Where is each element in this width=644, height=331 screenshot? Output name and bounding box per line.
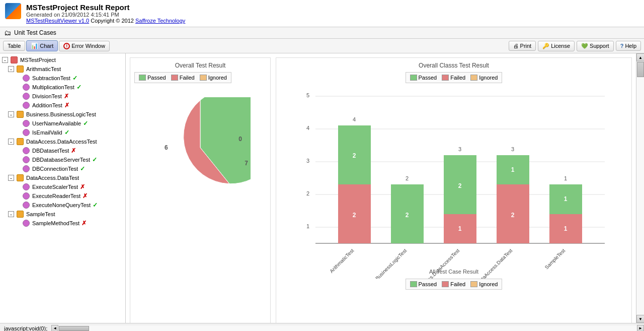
sidebar-item[interactable]: DBConnectionTest✓	[0, 164, 125, 173]
scroll-down-btn[interactable]: ▼	[636, 315, 644, 323]
support-btn[interactable]: 💚 Support	[577, 41, 614, 51]
fail-mark: ✗	[83, 192, 88, 200]
help-btn[interactable]: ? Help	[616, 41, 641, 51]
sidebar-item[interactable]: ExecuteReaderTest✗	[0, 191, 125, 201]
overall-test-result-section: Overall Test Result Passed Failed Ignore…	[130, 57, 271, 323]
pie-ignored-count: 0	[238, 136, 242, 143]
pass-mark: ✓	[64, 129, 69, 136]
sidebar-item[interactable]: AdditionTest✗	[0, 101, 125, 110]
fail-mark: ✗	[82, 220, 87, 227]
tree-expand-btn[interactable]: -	[8, 211, 14, 217]
bottom-area: javascript:void(0); ◄ ►	[0, 323, 644, 331]
svg-text:1: 1	[564, 195, 568, 203]
license-btn[interactable]: 🔑 License	[538, 41, 575, 51]
sidebar-item[interactable]: ExecuteNoneQueryTest✓	[0, 201, 125, 210]
sidebar[interactable]: -MSTestProject-ArithmaticTestSubtraction…	[0, 53, 126, 323]
pass-mark: ✓	[76, 84, 82, 91]
sidebar-item[interactable]: SampleMethodTest✗	[0, 219, 125, 228]
error-window-btn[interactable]: ! Error Window	[59, 41, 110, 51]
viewer-link[interactable]: MSTestResultViewer v1.0	[26, 18, 89, 24]
bar-legend: Passed Failed Ignored	[406, 72, 503, 83]
tree-label: ExecuteScalerTest	[32, 184, 78, 190]
toolbar: Table 📊 Chart ! Error Window 🖨 Print 🔑 L…	[0, 39, 644, 53]
svg-text:3: 3	[306, 158, 309, 164]
horizontal-scrollbar[interactable]: ◄ ►	[51, 325, 644, 332]
svg-text:2: 2	[458, 182, 462, 189]
bar-passed-label: Passed	[419, 75, 437, 81]
printer-icon: 🖨	[513, 43, 519, 49]
tree-label: IsEmailValid	[32, 129, 62, 136]
sidebar-item[interactable]: -MSTestProject	[0, 55, 125, 64]
sidebar-item[interactable]: -SampleTest	[0, 210, 125, 219]
tree-label: DataAccess.DataTest	[26, 175, 79, 181]
svg-text:2: 2	[353, 152, 356, 159]
tree-label: DivisionTest	[32, 93, 62, 99]
company-link[interactable]: Saffroze Technology	[135, 18, 185, 24]
tree-label: Business.BusinessLogicTest	[26, 111, 96, 117]
svg-text:5: 5	[306, 92, 309, 98]
sidebar-item[interactable]: UserNameAvailable✓	[0, 119, 125, 128]
tree-icon	[17, 111, 24, 118]
app-logo	[5, 3, 21, 19]
pie-failed-count: 6	[165, 144, 168, 151]
status-bar: javascript:void(0);	[0, 325, 51, 332]
pie-chart-container: 6 0 7	[134, 87, 266, 208]
sidebar-item[interactable]: IsEmailValid✓	[0, 128, 125, 137]
svg-text:3: 3	[458, 146, 461, 152]
tree-icon	[23, 220, 30, 227]
tree-label: SampleMethodTest	[32, 220, 79, 226]
hscroll-thumb[interactable]	[59, 326, 89, 331]
table-tab-btn[interactable]: Table	[3, 41, 25, 51]
tree-label: ArithmaticTest	[26, 66, 61, 72]
sidebar-item[interactable]: SubtractionTest✓	[0, 74, 125, 83]
tree-expand-btn[interactable]: -	[8, 175, 14, 181]
sidebar-item[interactable]: -ArithmaticTest	[0, 64, 125, 74]
scroll-up-btn[interactable]: ▲	[636, 53, 644, 61]
tree-expand-btn[interactable]: -	[2, 57, 8, 63]
bar-legend-failed: Failed	[442, 75, 465, 81]
fail-mark: ✗	[71, 147, 76, 154]
chart-tab-btn[interactable]: 📊 Chart	[26, 40, 58, 51]
bar-bottom-legend: Passed Failed Ignored	[406, 279, 503, 290]
vertical-scrollbar[interactable]: ▲ ▼	[636, 53, 644, 323]
main-layout: -MSTestProject-ArithmaticTestSubtraction…	[0, 53, 644, 323]
scroll-left-btn[interactable]: ◄	[51, 325, 58, 332]
tree-icon	[23, 202, 30, 209]
ignored-legend-box	[200, 75, 207, 81]
svg-text:4: 4	[306, 125, 309, 131]
copyright-text: Copyright © 2012	[91, 18, 135, 24]
tree-expand-btn[interactable]: -	[8, 139, 14, 145]
scroll-right-btn[interactable]: ►	[637, 325, 644, 332]
sidebar-item[interactable]: DivisionTest✗	[0, 92, 125, 101]
sidebar-item[interactable]: ExecuteScalerTest✗	[0, 182, 125, 191]
sidebar-item[interactable]: MultiplicationTest✓	[0, 83, 125, 92]
tree-label: MSTestProject	[20, 57, 56, 63]
report-title: MSTestProject Result Report	[26, 3, 639, 12]
tree-icon	[23, 183, 30, 190]
heart-icon: 💚	[581, 43, 588, 49]
tree-label: ExecuteReaderTest	[32, 193, 80, 199]
nav-tabs-group: Table 📊 Chart ! Error Window	[3, 40, 110, 51]
header: MSTestProject Result Report Generated on…	[0, 0, 644, 27]
print-btn[interactable]: 🖨 Print	[509, 41, 536, 51]
passed-legend-box	[139, 75, 146, 81]
sidebar-item[interactable]: DBDatabaseServerTest✓	[0, 155, 125, 164]
bar-passed-legend-box	[410, 75, 417, 81]
sidebar-item[interactable]: -DataAccess.DataAccessTest	[0, 137, 125, 146]
pie-passed-label: Passed	[147, 75, 166, 81]
scroll-thumb[interactable]	[637, 62, 644, 77]
hscroll-track	[58, 325, 637, 332]
tree-expand-btn[interactable]: -	[8, 111, 14, 117]
toolbar-right: 🖨 Print 🔑 License 💚 Support ? Help	[509, 41, 641, 51]
svg-text:4: 4	[353, 116, 356, 122]
bar-legend-ignored: Ignored	[470, 75, 498, 81]
sidebar-item[interactable]: -DataAccess.DataTest	[0, 173, 125, 182]
header-link-line: MSTestResultViewer v1.0 Copyright © 2012…	[26, 18, 639, 24]
svg-text:2: 2	[406, 175, 409, 181]
sidebar-item[interactable]: -Business.BusinessLogicTest	[0, 110, 125, 119]
header-text: MSTestProject Result Report Generated on…	[26, 3, 639, 24]
tree-expand-btn[interactable]: -	[8, 66, 14, 72]
fail-mark: ✗	[64, 93, 69, 100]
tree-icon	[17, 138, 24, 145]
sidebar-item[interactable]: DBDatasetTest✗	[0, 146, 125, 155]
